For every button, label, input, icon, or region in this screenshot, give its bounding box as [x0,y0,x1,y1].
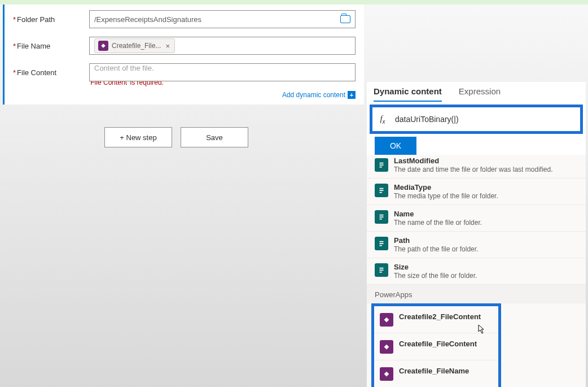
dynamic-item-createfile-filename[interactable]: Createfile_FileName [374,360,498,387]
file-content-input[interactable]: Content of the file. [89,63,356,81]
fx-icon: fx [372,114,393,125]
sharepoint-icon [375,184,388,197]
new-step-button[interactable]: + New step [104,127,172,147]
plus-icon: + [348,91,356,99]
tab-dynamic-content[interactable]: Dynamic content [374,86,442,102]
sharepoint-icon [375,210,388,224]
formula-input[interactable] [393,115,580,124]
dynamic-content-flyout: Dynamic content Expression fx OK LastMod… [367,82,586,387]
sharepoint-icon [375,263,388,277]
formula-bar[interactable]: fx [372,107,580,131]
token-remove-icon[interactable]: × [164,42,171,50]
sharepoint-icon [375,237,388,250]
filename-token[interactable]: Createfile_File... × [94,38,175,53]
sharepoint-icon [375,158,388,172]
powerapps-icon [380,313,393,327]
powerapps-icon [380,340,393,354]
folder-picker-icon[interactable] [340,15,350,23]
token-text: Createfile_File... [112,42,161,50]
file-content-label: File Content [13,68,89,77]
powerapps-icon [98,41,108,51]
ok-button[interactable]: OK [375,137,416,155]
file-name-label: File Name [13,42,89,50]
dynamic-item-createfile-filecontent[interactable]: Createfile_FileContent [374,333,498,360]
content-placeholder: Content of the file. [94,64,154,72]
dynamic-item-createfile2-filecontent[interactable]: Createfile2_FileContent [374,306,498,333]
dynamic-item[interactable]: MediaType The media type of the file or … [367,179,586,205]
file-name-input[interactable]: Createfile_File... × [89,37,356,55]
create-file-card: Folder Path /ExpenseReceiptsAndSignature… [3,5,364,105]
folder-path-value: /ExpenseReceiptsAndSignatures [94,15,201,24]
powerapps-icon [380,367,393,381]
powerapps-section-header: PowerApps [367,285,586,303]
dynamic-item[interactable]: Size The size of the file or folder. [367,258,586,285]
add-dynamic-content-link[interactable]: Add dynamic content + [13,91,356,99]
folder-path-label: Folder Path [13,15,89,24]
tab-expression[interactable]: Expression [459,86,501,102]
dynamic-item[interactable]: Path The path of the file or folder. [367,232,586,258]
save-button[interactable]: Save [181,127,248,147]
dynamic-item[interactable]: Name The name of the file or folder. [367,205,586,232]
dynamic-item[interactable]: LastModified The date and time the file … [367,156,586,179]
folder-path-input[interactable]: /ExpenseReceiptsAndSignatures [89,10,356,28]
